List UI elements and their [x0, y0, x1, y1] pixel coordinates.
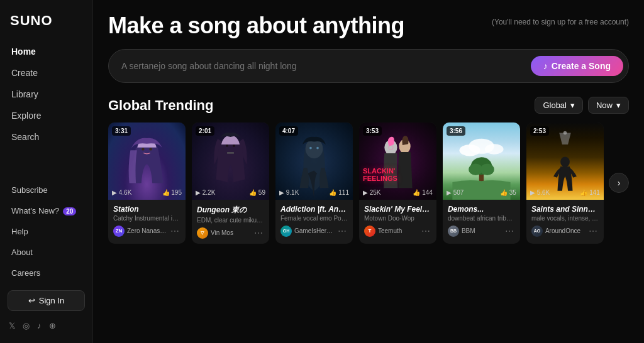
song-author-row-1: ZN Zero Nanash... ⋯ — [113, 226, 180, 237]
song-card-3[interactable]: 4:07 ▶ 9.1K 👍 111 Addiction |ft. Animuse… — [275, 122, 353, 244]
sign-in-label: Sign In — [39, 296, 64, 305]
song-card-image-6: 2:53 ▶ 5.6K 👍 141 — [526, 122, 604, 200]
song-card-image-2: 2:01 ▶ 2.2K 👍 59 — [192, 122, 269, 200]
song-duration-5: 3:56 — [447, 126, 465, 136]
discord-icon[interactable]: ⊕ — [49, 321, 56, 330]
song-card-info-4: Slackin' My Feelings... Motown Doo-Wop T… — [359, 200, 436, 242]
author-avatar-4: T — [364, 226, 375, 237]
song-card-4[interactable]: SLACKIN'FEELINGS 3:53 ▶ 25K 👍 144 Slacki… — [359, 122, 436, 244]
global-filter-dropdown[interactable]: Global ▾ — [535, 97, 583, 114]
song-stats-4: ▶ 25K 👍 144 — [363, 189, 433, 196]
song-title-6: Saints and Sinners — [531, 205, 599, 214]
sign-in-button[interactable]: ↩ Sign In — [8, 290, 85, 311]
play-count-4: ▶ 25K — [363, 189, 381, 196]
song-desc-5: downbeat african tribal p... — [448, 215, 515, 222]
song-card-image-4: SLACKIN'FEELINGS 3:53 ▶ 25K 👍 144 — [359, 122, 436, 200]
page-title: Make a song about anything — [108, 13, 404, 39]
create-song-label: Create a Song — [552, 61, 611, 71]
svg-point-15 — [485, 144, 504, 155]
songs-grid: 3:31 ▶ 4.6K 👍 195 Station Catchy Instrum… — [108, 122, 604, 244]
svg-point-2 — [149, 148, 152, 151]
more-options-2[interactable]: ⋯ — [253, 228, 264, 238]
svg-point-8 — [309, 147, 312, 150]
more-options-4[interactable]: ⋯ — [420, 226, 431, 236]
chevron-down-icon-2: ▾ — [616, 101, 621, 110]
song-title-3: Addiction |ft. Animuse... — [280, 205, 348, 214]
play-count-2: ▶ 2.2K — [196, 189, 215, 196]
song-title-5: Demons... — [448, 205, 515, 214]
svg-point-21 — [560, 157, 570, 168]
instagram-icon[interactable]: ◎ — [23, 321, 30, 330]
chevron-down-icon: ▾ — [570, 101, 575, 110]
search-bar: ♪ Create a Song — [108, 49, 629, 83]
song-desc-3: Female vocal emo Pop, r... — [280, 215, 348, 222]
create-song-button[interactable]: ♪ Create a Song — [531, 56, 623, 76]
sidebar-item-explore[interactable]: Explore — [5, 106, 87, 126]
sidebar-item-about[interactable]: About — [5, 242, 87, 262]
trending-title: Global Trending — [108, 97, 213, 114]
song-card-info-2: Dungeon 東の EDM, clear cute miku voi... ▽… — [192, 200, 269, 244]
next-songs-button[interactable]: › — [609, 173, 629, 193]
svg-point-9 — [316, 147, 319, 150]
author-avatar-6: AO — [531, 226, 543, 237]
song-card-6[interactable]: 2:53 ▶ 5.6K 👍 141 Saints and Sinners mal… — [526, 122, 604, 244]
social-icons: 𝕏 ◎ ♪ ⊕ — [0, 316, 92, 333]
song-stats-6: ▶ 5.6K 👍 141 — [530, 189, 600, 196]
card-overlay-text-4: SLACKIN'FEELINGS — [363, 167, 433, 182]
sidebar-item-library[interactable]: Library — [5, 84, 87, 104]
song-duration-4: 3:53 — [363, 126, 382, 136]
song-author-row-4: T Teemuth ⋯ — [364, 226, 431, 237]
main-content: Make a song about anything (You'll need … — [93, 0, 644, 343]
sidebar-item-subscribe[interactable]: Subscribe — [5, 180, 87, 200]
sidebar-item-search[interactable]: Search — [5, 127, 87, 147]
sidebar-bottom: Subscribe What's New?20 Help About Caree… — [0, 180, 92, 283]
sidebar-item-help[interactable]: Help — [5, 222, 87, 241]
song-card-info-6: Saints and Sinners male vocals, intense,… — [526, 200, 604, 242]
tiktok-icon[interactable]: ♪ — [37, 321, 42, 330]
song-stats-3: ▶ 9.1K 👍 111 — [279, 189, 349, 196]
like-count-4: 👍 144 — [413, 189, 432, 196]
song-card-info-1: Station Catchy Instrumental intr... ZN Z… — [108, 200, 186, 242]
author-avatar-1: ZN — [113, 226, 125, 237]
song-card-image-3: 4:07 ▶ 9.1K 👍 111 — [275, 122, 353, 200]
trending-header: Global Trending Global ▾ Now ▾ — [108, 97, 629, 114]
svg-point-1 — [142, 148, 144, 151]
song-card-2[interactable]: 2:01 ▶ 2.2K 👍 59 Dungeon 東の EDM, clear c… — [192, 122, 269, 244]
sidebar-item-careers[interactable]: Careers — [5, 263, 87, 283]
song-desc-4: Motown Doo-Wop — [364, 215, 431, 222]
song-prompt-input[interactable] — [121, 61, 525, 71]
more-options-1[interactable]: ⋯ — [169, 226, 180, 236]
play-count-6: ▶ 5.6K — [530, 189, 550, 196]
song-title-1: Station — [113, 205, 180, 214]
song-author-row-6: AO AroundOnce ⋯ — [531, 226, 599, 237]
play-count-3: ▶ 9.1K — [279, 189, 299, 196]
song-desc-1: Catchy Instrumental intr... — [113, 215, 180, 222]
trending-controls: Global ▾ Now ▾ — [535, 97, 629, 114]
song-card-image-5: 3:56 ▶ 507 👍 35 — [443, 122, 520, 200]
song-card-1[interactable]: 3:31 ▶ 4.6K 👍 195 Station Catchy Instrum… — [108, 122, 186, 244]
sidebar-item-home[interactable]: Home — [5, 41, 87, 62]
whats-new-badge: 20 — [63, 207, 76, 215]
author-name-3: GameIsHere... — [294, 227, 334, 234]
song-duration-3: 4:07 — [279, 126, 298, 136]
more-options-6[interactable]: ⋯ — [587, 226, 599, 236]
now-label: Now — [596, 101, 613, 110]
author-avatar-2: ▽ — [197, 227, 208, 239]
author-avatar-5: BB — [448, 226, 459, 237]
song-stats-1: ▶ 4.6K 👍 195 — [112, 189, 182, 196]
song-card-info-3: Addiction |ft. Animuse... Female vocal e… — [275, 200, 353, 242]
song-duration-2: 2:01 — [196, 126, 214, 136]
x-icon[interactable]: 𝕏 — [9, 321, 15, 330]
global-label: Global — [543, 101, 567, 110]
sign-in-icon: ↩ — [28, 296, 35, 305]
song-desc-6: male vocals, intense, po... — [531, 215, 599, 222]
more-options-5[interactable]: ⋯ — [504, 226, 515, 236]
author-name-2: Vin Mos — [211, 229, 250, 236]
sidebar-item-create[interactable]: Create — [5, 63, 87, 83]
time-filter-dropdown[interactable]: Now ▾ — [588, 97, 629, 114]
song-author-row-5: BB BBM ⋯ — [448, 226, 515, 237]
music-note-icon: ♪ — [543, 61, 548, 71]
more-options-3[interactable]: ⋯ — [336, 226, 348, 236]
song-card-5[interactable]: 3:56 ▶ 507 👍 35 Demons... downbeat afric… — [443, 122, 520, 244]
sidebar-item-whats-new[interactable]: What's New?20 — [5, 201, 87, 220]
